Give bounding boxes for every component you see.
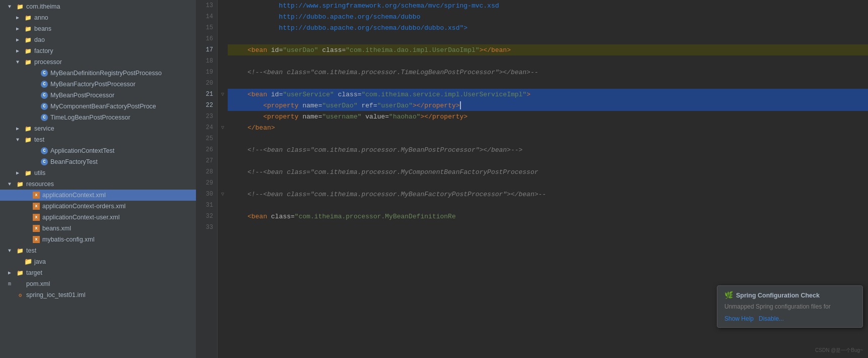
- show-help-link[interactable]: Show Help: [724, 315, 754, 322]
- code-line-29: [228, 177, 868, 189]
- tree-arrow[interactable]: ▶: [16, 48, 24, 54]
- code-val: "userDao": [377, 102, 413, 109]
- tree-item-anno[interactable]: ▶ 📁 anno: [0, 12, 196, 23]
- file-tree[interactable]: ▼ 📁 com.itheima ▶ 📁 anno ▶ 📁 beans ▶ 📁 d…: [0, 0, 196, 358]
- code-attr: value=: [365, 113, 389, 121]
- fold-24[interactable]: ▽: [218, 122, 228, 133]
- code-line-31: [228, 200, 868, 211]
- tree-item-mybeandef[interactable]: C MyBeanDefinitionRegistryPostProcesso: [0, 68, 196, 79]
- fold-30[interactable]: ▽: [218, 189, 228, 200]
- code-line-30: <!--<bean class="com.itheima.processor.M…: [228, 189, 868, 200]
- tree-label: MyBeanPostProcessor: [50, 92, 114, 99]
- tree-item-dao[interactable]: ▶ 📁 dao: [0, 34, 196, 45]
- tree-arrow[interactable]: ▼: [8, 182, 16, 187]
- code-line-33: [228, 222, 868, 233]
- code-text: [232, 124, 247, 132]
- line-num-14: 14: [201, 11, 213, 22]
- code-text: [232, 213, 247, 220]
- line-num-27: 27: [201, 155, 213, 166]
- tree-label: MyComponentBeanFactoryPostProce: [50, 103, 156, 110]
- code-tag: <bean: [247, 213, 267, 220]
- tree-arrow[interactable]: ▼: [16, 59, 24, 65]
- tree-item-appcontext-xml[interactable]: x applicationContext.xml: [0, 190, 196, 201]
- spring-leaf-icon: 🌿: [724, 291, 733, 300]
- line-num-30: 30: [201, 189, 213, 200]
- tree-item-factory[interactable]: ▶ 📁 factory: [0, 45, 196, 56]
- notification-title: Spring Configuration Check: [736, 292, 820, 299]
- code-tag: >: [526, 91, 530, 98]
- tree-item-test-root[interactable]: ▼ 📁 test: [0, 245, 196, 256]
- code-val: "userDao": [283, 46, 318, 54]
- tree-label: beans: [34, 25, 51, 32]
- tree-item-service[interactable]: ▶ 📁 service: [0, 123, 196, 134]
- code-attr: class=: [271, 213, 295, 220]
- code-line-21: <bean id="userService" class="com.itheim…: [228, 89, 868, 100]
- tree-arrow[interactable]: ▼: [8, 248, 16, 254]
- code-val: "userDao": [322, 102, 357, 109]
- code-line-22: <property name="userDao" ref="userDao"><…: [228, 100, 868, 111]
- folder-icon: 📁: [24, 58, 32, 66]
- tree-item-test-pkg[interactable]: ▼ 📁 test: [0, 134, 196, 145]
- tree-arrow[interactable]: ▶: [16, 170, 24, 176]
- line-num-17: 17: [201, 44, 213, 55]
- tree-item-appcontexttest[interactable]: C ApplicationContextTest: [0, 145, 196, 156]
- tree-arrow[interactable]: ▶: [16, 26, 24, 32]
- tree-label: mybatis-config.xml: [42, 236, 95, 243]
- tree-item-mybeafactory[interactable]: C MyBeanFactoryPostProcessor: [0, 79, 196, 90]
- xml-icon: x: [32, 224, 40, 232]
- tree-arrow[interactable]: ▶: [16, 15, 24, 21]
- tree-arrow[interactable]: ▶: [16, 126, 24, 132]
- tree-arrow: m: [8, 281, 16, 287]
- fold-21[interactable]: ▽: [218, 89, 228, 100]
- tree-label: processor: [34, 58, 62, 66]
- tree-item-resources[interactable]: ▼ 📁 resources: [0, 178, 196, 190]
- tree-arrow[interactable]: ▶: [8, 270, 16, 276]
- tree-arrow[interactable]: ▼: [8, 4, 16, 10]
- tree-label: TimeLogBeanPostProcessor: [50, 114, 130, 121]
- code-attr: id=: [271, 91, 283, 98]
- tree-item-mybatis-xml[interactable]: x mybatis-config.xml: [0, 234, 196, 245]
- code-line-26: <!--<bean class="com.itheima.processor.M…: [228, 144, 868, 155]
- tree-item-beanfactorytest[interactable]: C BeanFactoryTest: [0, 156, 196, 167]
- code-text: http://dubbo.apache.org/schema/dubbo: [232, 13, 420, 21]
- tree-label: service: [34, 125, 54, 132]
- tree-item-beans-xml[interactable]: x beans.xml: [0, 223, 196, 234]
- code-val: "com.itheima.processor.MyBeanDefinitionR…: [295, 213, 456, 220]
- tree-label: applicationContext.xml: [42, 192, 106, 199]
- tree-arrow[interactable]: ▼: [16, 137, 24, 143]
- tree-item-timelog[interactable]: C TimeLogBeanPostProcessor: [0, 112, 196, 123]
- code-line-14: http://dubbo.apache.org/schema/dubbo: [228, 11, 868, 22]
- class-icon: C: [40, 91, 48, 99]
- code-tag: ></property>: [421, 113, 468, 121]
- tree-item-iml[interactable]: ⚙ spring_ioc_test01.iml: [0, 289, 196, 301]
- tree-item-target[interactable]: ▶ 📁 target: [0, 267, 196, 278]
- tree-item-processor[interactable]: ▼ 📁 processor: [0, 56, 196, 68]
- tree-item-com-itheima[interactable]: ▼ 📁 com.itheima: [0, 1, 196, 12]
- tree-label: BeanFactoryTest: [50, 158, 98, 165]
- tree-label: applicationContext-user.xml: [42, 214, 120, 221]
- code-val: "username": [322, 113, 361, 121]
- line-num-33: 33: [201, 222, 213, 233]
- code-line-27: [228, 155, 868, 166]
- tree-label: com.itheima: [26, 3, 60, 10]
- folder-icon: 📁: [16, 3, 24, 11]
- tree-label: resources: [26, 181, 54, 188]
- class-icon: C: [40, 158, 48, 166]
- tree-label: MyBeanFactoryPostProcessor: [50, 81, 136, 88]
- tree-item-pom-xml[interactable]: m pom.xml: [0, 278, 196, 289]
- tree-item-appcontext-user-xml[interactable]: x applicationContext-user.xml: [0, 212, 196, 223]
- disable-link[interactable]: Disable...: [759, 315, 784, 322]
- tree-label: MyBeanDefinitionRegistryPostProcesso: [50, 70, 162, 77]
- line-num-31: 31: [201, 200, 213, 211]
- code-space: [267, 213, 271, 220]
- tree-item-appcontext-orders-xml[interactable]: x applicationContext-orders.xml: [0, 201, 196, 212]
- tree-label: utils: [34, 169, 45, 176]
- line-num-16: 16: [201, 33, 213, 44]
- tree-item-mycompbean[interactable]: C MyComponentBeanFactoryPostProce: [0, 101, 196, 112]
- tree-item-utils[interactable]: ▶ 📁 utils: [0, 167, 196, 178]
- tree-label: anno: [34, 14, 48, 21]
- tree-item-mybeanpost[interactable]: C MyBeanPostProcessor: [0, 90, 196, 101]
- tree-item-java[interactable]: 📁 java: [0, 256, 196, 267]
- tree-arrow[interactable]: ▶: [16, 37, 24, 43]
- tree-item-beans[interactable]: ▶ 📁 beans: [0, 23, 196, 34]
